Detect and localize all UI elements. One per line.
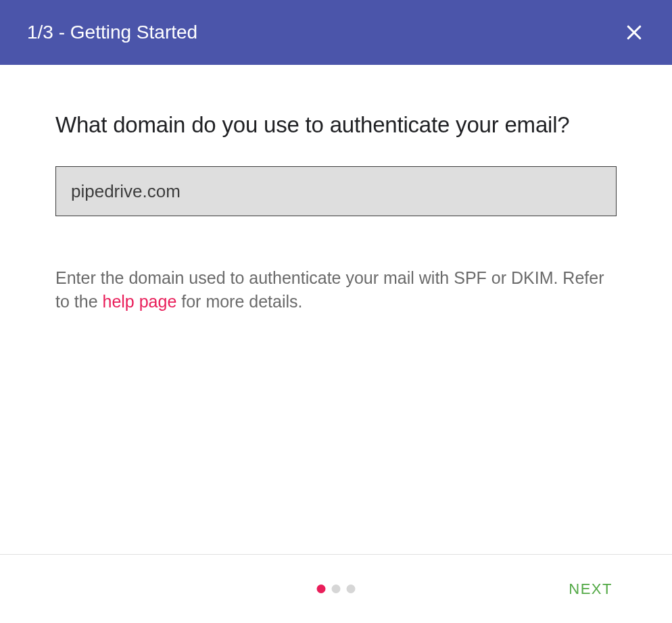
header-title: 1/3 - Getting Started	[27, 22, 197, 43]
step-dot-3	[347, 584, 356, 593]
description-post: for more details.	[176, 292, 302, 311]
next-button[interactable]: NEXT	[569, 580, 613, 598]
question-heading: What domain do you use to authenticate y…	[55, 112, 617, 138]
wizard-content: What domain do you use to authenticate y…	[0, 65, 672, 554]
help-page-link[interactable]: help page	[103, 292, 177, 311]
wizard-header: 1/3 - Getting Started	[0, 0, 672, 65]
step-dot-2	[332, 584, 341, 593]
close-button[interactable]	[621, 19, 648, 46]
description-text: Enter the domain used to authenticate yo…	[55, 266, 617, 314]
wizard-footer: NEXT	[0, 554, 672, 623]
step-dot-1	[317, 584, 326, 593]
step-indicator	[317, 584, 356, 593]
close-icon	[624, 22, 644, 43]
domain-input[interactable]	[55, 166, 617, 216]
